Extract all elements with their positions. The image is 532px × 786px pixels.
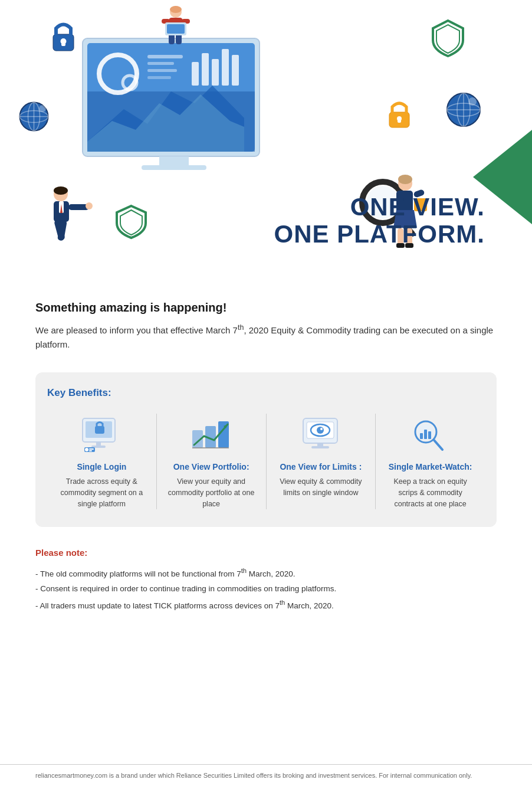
benefit-one-view-portfolio: One View Portfolio: View your equity and… — [157, 414, 267, 509]
benefit-portfolio-label: One View Portfolio: — [166, 462, 257, 471]
footer-text: reliancesmartmoney.com is a brand under … — [35, 772, 472, 779]
benefits-title: Key Benefits: — [47, 387, 485, 399]
svg-rect-74 — [89, 448, 94, 450]
one-view-portfolio-icon — [188, 414, 235, 455]
svg-rect-5 — [398, 119, 401, 123]
svg-rect-93 — [428, 431, 431, 439]
svg-point-17 — [468, 97, 477, 106]
svg-rect-47 — [167, 24, 185, 34]
page: ONE VIEW. ONE PLATFORM. Something amazin… — [0, 0, 532, 786]
svg-rect-75 — [89, 450, 92, 451]
note-item-3: - All traders must update to latest TICK… — [35, 597, 497, 613]
svg-rect-92 — [424, 430, 427, 439]
note-title: Please note: — [35, 548, 497, 558]
headline-line1: ONE VIEW. — [274, 194, 485, 221]
svg-rect-26 — [222, 49, 229, 86]
benefit-limits-desc: View equity & commodity limits on single… — [275, 476, 367, 499]
benefits-grid: Single Login Trade across equity & commo… — [47, 414, 485, 509]
svg-point-40 — [170, 6, 182, 13]
svg-rect-87 — [311, 446, 329, 448]
svg-point-49 — [54, 186, 68, 195]
benefit-single-market-watch: Single Market-Watch: Keep a track on equ… — [376, 414, 485, 509]
svg-rect-23 — [192, 62, 199, 86]
main-content: Something amazing is happening! We are p… — [0, 283, 532, 764]
intro-paragraph: We are pleased to inform you that effect… — [35, 322, 497, 352]
svg-rect-32 — [147, 69, 177, 72]
note-item-1: - The old commodity platforms will not b… — [35, 565, 497, 581]
note-list: - The old commodity platforms will not b… — [35, 565, 497, 613]
shield-icon-bottom-left — [115, 204, 147, 242]
single-login-icon — [78, 414, 125, 455]
svg-line-90 — [434, 440, 442, 450]
svg-point-84 — [317, 427, 324, 434]
figure-man-left — [46, 184, 99, 257]
footer: reliancesmartmoney.com is a brand under … — [0, 764, 532, 786]
svg-point-58 — [398, 175, 412, 184]
single-market-watch-icon — [407, 414, 454, 455]
benefit-single-login-label: Single Login — [56, 462, 147, 471]
benefits-box: Key Benefits: — [35, 372, 497, 527]
figure-woman-laptop — [152, 5, 199, 54]
globe-icon-right — [445, 91, 482, 130]
svg-rect-86 — [317, 443, 323, 446]
svg-rect-35 — [142, 165, 206, 170]
svg-point-73 — [85, 448, 88, 451]
benefit-single-login-desc: Trade across equity & commodity segment … — [56, 476, 147, 509]
monitor-illustration — [77, 32, 271, 206]
svg-rect-34 — [159, 156, 189, 165]
benefit-one-view-limits: One View for Limits : View equity & comm… — [267, 414, 376, 509]
benefit-market-watch-label: Single Market-Watch: — [385, 462, 476, 471]
lock-icon-middle-right — [385, 97, 414, 134]
svg-point-85 — [320, 428, 323, 430]
svg-rect-31 — [147, 62, 174, 65]
section-title: Something amazing is happening! — [35, 301, 497, 315]
svg-rect-70 — [96, 442, 101, 446]
hero-section: ONE VIEW. ONE PLATFORM. — [0, 0, 532, 283]
headline-line2: ONE PLATFORM. — [274, 221, 485, 248]
shield-icon-top-right — [429, 18, 467, 61]
svg-rect-25 — [212, 59, 219, 86]
svg-rect-2 — [61, 41, 65, 46]
globe-icon-left — [18, 100, 50, 135]
benefit-limits-label: One View for Limits : — [275, 462, 367, 471]
benefit-market-watch-desc: Keep a track on equity scrips & commodit… — [385, 476, 476, 509]
svg-rect-91 — [420, 433, 423, 439]
hero-headline: ONE VIEW. ONE PLATFORM. — [274, 194, 485, 248]
note-section: Please note: - The old commodity platfor… — [35, 548, 497, 613]
note-item-2: - Consent is required in order to contin… — [35, 581, 497, 597]
one-view-limits-icon — [297, 414, 344, 455]
svg-rect-69 — [95, 426, 104, 434]
svg-point-11 — [39, 105, 46, 112]
svg-point-56 — [86, 202, 93, 209]
lock-icon-top-left — [47, 18, 80, 58]
svg-rect-24 — [202, 53, 209, 86]
benefit-portfolio-desc: View your equity and commodity portfolio… — [166, 476, 257, 509]
svg-rect-33 — [147, 76, 171, 79]
svg-rect-27 — [232, 55, 239, 86]
svg-rect-30 — [147, 55, 183, 58]
benefit-single-login: Single Login Trade across equity & commo… — [47, 414, 157, 509]
